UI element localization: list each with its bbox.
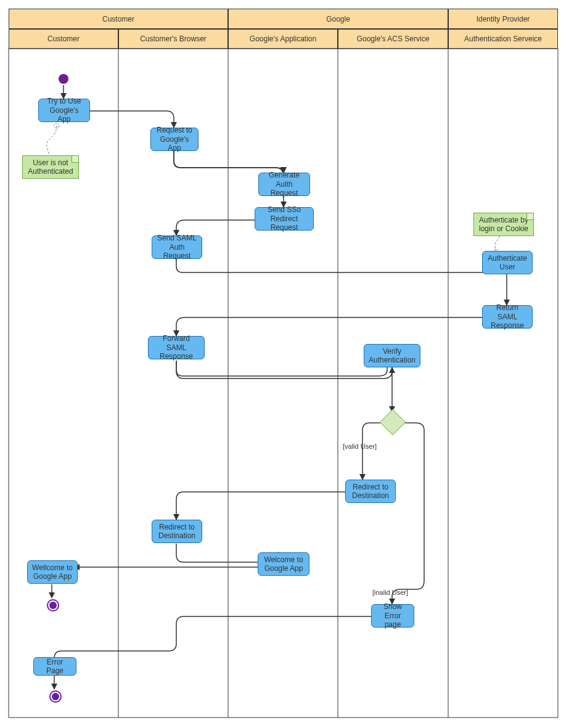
label: Google's ACS Service (357, 35, 430, 43)
note-auth-by: Autherticate by login or Cookie (473, 213, 534, 236)
lane-subheader-google-acs: Google's ACS Service (338, 29, 448, 49)
activity-auth-user: Autherticate User (482, 251, 533, 274)
activity-try-use: Try to Use Google's App (38, 99, 90, 122)
label: Verify Authentication (368, 347, 416, 365)
label: Return SAML Response (486, 303, 528, 330)
activity-diagram: Customer Google Identity Provider Custom… (0, 0, 569, 728)
guard-invalid: [inalid User] (372, 589, 408, 596)
activity-verify-auth: Verify Authentication (364, 344, 420, 367)
activity-welcome-app: Welcome to Google App (258, 552, 309, 576)
guard-valid: [valid User] (343, 443, 377, 450)
activity-generate-auth: Generate Aulth Request (258, 173, 310, 196)
label: Welcome to Google App (262, 555, 305, 573)
activity-return-saml: Return SAML Response (482, 305, 533, 329)
label: Identity Provider (477, 15, 530, 23)
label: Wellcome to Google App (31, 563, 73, 581)
label: Generate Aulth Request (263, 171, 306, 197)
activity-redirect-acs: Redirect to Destination (345, 480, 396, 503)
activity-send-saml: Send SAML Auth Request (152, 235, 202, 259)
label: Forward SAML Response (152, 334, 200, 361)
final-node-2 (49, 690, 62, 703)
activity-show-error: Show Error page (371, 604, 414, 628)
lane-header-idp: Identity Provider (448, 9, 558, 29)
initial-node (59, 74, 68, 84)
activity-wellcome-customer: Wellcome to Google App (27, 560, 78, 584)
label: Autherticate User (486, 254, 528, 272)
label: Redirect to Destination (350, 483, 391, 501)
activity-redirect-browser: Redirect to Destination (152, 520, 202, 543)
lane-subheader-google-app: Google's Application (228, 29, 338, 49)
lane-header-customer: Customer (9, 9, 228, 29)
note-fold-icon (526, 213, 533, 220)
label: Autherticate by login or Cookie (477, 216, 531, 234)
lane-subheader-auth-service: Authentication Serveice (448, 29, 558, 49)
lane-subheader-customer: Customer (9, 29, 118, 49)
lane-subheader-browser: Customer's Browser (118, 29, 228, 49)
activity-send-sso: Send SSo Redirect Request (255, 207, 314, 231)
label: Customer (102, 15, 134, 23)
label: Customer's Browser (140, 35, 207, 43)
label: Redirect to Destination (156, 523, 198, 541)
label: Customer (47, 35, 80, 43)
label: Show Error page (375, 602, 410, 629)
activity-error-page: Error Page (33, 657, 76, 676)
activity-forward-saml: Forward SAML Response (148, 336, 205, 359)
note-fold-icon (72, 156, 78, 163)
label: Send SSo Redirect Request (259, 205, 309, 232)
label: Google (326, 15, 350, 23)
lane-header-google: Google (228, 9, 448, 29)
label: Google's Application (250, 35, 316, 43)
label: Send SAML Auth Request (156, 234, 198, 260)
note-not-authenticated: User is not Authenticated (22, 155, 79, 179)
activity-request-app: Request to Google's App (150, 128, 199, 151)
label: Request to Google's App (155, 126, 194, 152)
svg-rect-0 (9, 49, 558, 718)
final-node-1 (47, 599, 59, 611)
label: User is not Authenticated (25, 158, 76, 176)
label: Authentication Serveice (464, 35, 542, 43)
label: Error Page (38, 658, 72, 676)
label: Try to Use Google's App (43, 97, 86, 123)
